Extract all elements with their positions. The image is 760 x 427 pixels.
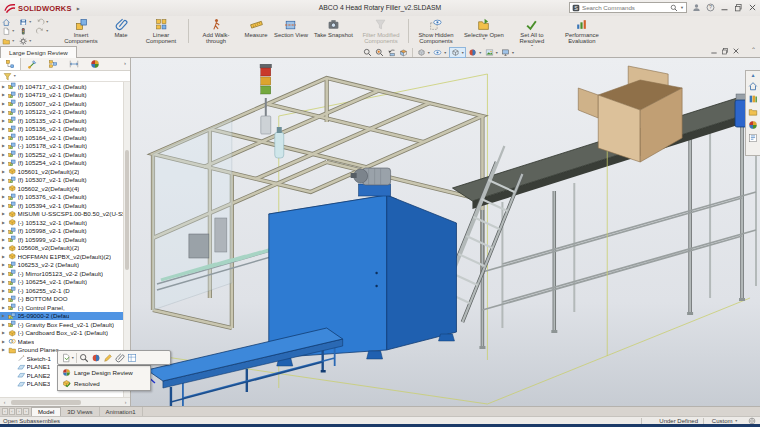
tree-item[interactable]: ▶ (-) Gravity Box Feed_v2-1 (Default): [0, 320, 130, 329]
zoom-selection-button[interactable]: [79, 353, 89, 363]
dropdown-icon[interactable]: ▼: [12, 39, 15, 43]
search-icon[interactable]: [670, 4, 678, 12]
dropdown-icon[interactable]: ▼: [482, 38, 485, 42]
previous-view-button[interactable]: [386, 47, 397, 58]
selective-open-button[interactable]: Selective Open ▼: [461, 16, 507, 46]
collapse-toolbar-icon[interactable]: ⌃: [751, 46, 756, 53]
tree-item[interactable]: ▶ 05-09000-2 (Defau: [0, 312, 130, 321]
tree-item[interactable]: ▶ 106253_v2-2 (Default): [0, 261, 130, 270]
tree-item[interactable]: ▶ (-) 105178_v2-1 (Default): [0, 142, 130, 151]
props-form-button[interactable]: [748, 132, 759, 143]
tree-horizontal-scrollbar[interactable]: ‹ ›: [0, 397, 130, 406]
tree-item[interactable]: ▶ (-) Control Panel,: [0, 303, 130, 312]
filter-dropdown-icon[interactable]: ▼: [13, 74, 16, 78]
explorer-button[interactable]: [748, 106, 759, 117]
open-state-button[interactable]: ▼: [61, 353, 74, 363]
task-pane-collapse-icon[interactable]: ▴: [751, 72, 754, 78]
measure-button[interactable]: Measure: [241, 16, 271, 46]
tree-item[interactable]: ▶ 105602_v2(Default)(4): [0, 184, 130, 193]
comment-button[interactable]: [115, 353, 125, 363]
tree-item[interactable]: ▶ (-) Cardboard Box_v2-1 (Default): [0, 329, 130, 338]
tree-item[interactable]: ▶ (-) 106254_v2-1 (Default): [0, 278, 130, 287]
user-button[interactable]: [691, 3, 701, 13]
tree-item[interactable]: ▶ (f) 105136_v2-1 (Default): [0, 125, 130, 134]
set-all-to-resolved-button[interactable]: Set All to Resolved ▼: [507, 16, 557, 46]
display-style-button[interactable]: ▼: [416, 47, 431, 58]
zoom-area-button[interactable]: [374, 47, 385, 58]
scroll-left-icon[interactable]: ‹: [0, 399, 9, 405]
tree-item[interactable]: ▶ 105608_v2(Default)(2): [0, 244, 130, 253]
dropdown-icon[interactable]: ▼: [478, 51, 481, 55]
hide-items-button[interactable]: ▼: [432, 47, 447, 58]
restore-button[interactable]: [733, 3, 743, 13]
tree-item[interactable]: ▶ HOFFMAN E1PBX_v2(Default)(2): [0, 252, 130, 261]
tab-large-design-review[interactable]: Large Design Review: [0, 46, 77, 58]
tree-item[interactable]: ▶ (f) 105252_v2-1 (Default): [0, 150, 130, 159]
displaymanager-tab[interactable]: [84, 58, 105, 70]
zoom-fit-button[interactable]: [362, 47, 373, 58]
linear-component-pattern-button[interactable]: Linear Component Pattern ▼: [136, 16, 186, 46]
mate-button[interactable]: Mate: [106, 16, 136, 46]
tree-item[interactable]: ▶ (-) 106255_v2-1 (D: [0, 286, 130, 295]
tree-item[interactable]: ▶ (f) 105999_v2-1 (Default): [0, 235, 130, 244]
tree-item[interactable]: ▶ (f) 104719_v2-1 (Default): [0, 91, 130, 100]
new-document-button[interactable]: ▼: [2, 27, 19, 37]
performance-evaluation-button[interactable]: Performance Evaluation: [557, 16, 607, 46]
tree-item[interactable]: ▶ MISUMI U-SSCSP1.00-B0.50_v2(U-SSCSP(30…: [0, 210, 130, 219]
search-input[interactable]: [582, 4, 668, 11]
appearances-button[interactable]: [748, 119, 759, 130]
featuremanager-tab[interactable]: [0, 58, 21, 70]
tab-animation1[interactable]: Animation1: [100, 407, 143, 416]
menu-item-large-design-review[interactable]: Large Design Review: [58, 367, 150, 378]
more-tabs-icon[interactable]: ›: [124, 58, 130, 70]
home-button[interactable]: [2, 17, 19, 27]
tree-item[interactable]: ▶ (f) 105123_v2-1 (Default): [0, 108, 130, 117]
scroll-right-icon[interactable]: ›: [121, 399, 130, 405]
dropdown-icon[interactable]: ▼: [427, 51, 430, 55]
doc-close-icon[interactable]: [732, 47, 740, 55]
dropdown-icon[interactable]: ▼: [495, 51, 498, 55]
tree-item[interactable]: ▶ (f) 105998_v2-1 (Default): [0, 227, 130, 236]
take-snapshot-button[interactable]: Take Snapshot: [311, 16, 356, 46]
tree-filter[interactable]: ▼: [0, 71, 130, 82]
propertymanager-tab[interactable]: [21, 58, 42, 70]
tree-item[interactable]: ▶ 105601_v2(Default)(2): [0, 167, 130, 176]
search-commands-box[interactable]: S ▼: [569, 2, 687, 13]
tree-item[interactable]: ▶ (f) 105254_v2-1 (Default): [0, 159, 130, 168]
dropdown-icon[interactable]: ▼: [511, 51, 514, 55]
search-scope-icon[interactable]: S: [572, 4, 580, 12]
section-cut-button[interactable]: [398, 47, 409, 58]
tree-item[interactable]: ▶ (f) 105394_v2-1 (Default): [0, 201, 130, 210]
tree-item[interactable]: ▶ (-) 105132_v2-1 (Default): [0, 218, 130, 227]
tree-item[interactable]: ▶ (f) 105307_v2-1 (Default): [0, 176, 130, 185]
doc-restore-icon[interactable]: [721, 47, 729, 55]
options-button[interactable]: ▼: [19, 36, 36, 46]
tree-item[interactable]: ▶ (f) 105164_v2-1 (Default): [0, 133, 130, 142]
tree-item[interactable]: ▶ (-) BOTTOM DOO: [0, 295, 130, 304]
configurationmanager-tab[interactable]: [42, 58, 63, 70]
minimize-button[interactable]: [719, 3, 729, 13]
grid-button[interactable]: [127, 353, 137, 363]
redo-button[interactable]: ▼: [36, 27, 53, 37]
tree-item[interactable]: ▶ (f) 104717_v2-1 (Default): [0, 82, 130, 91]
tree-item[interactable]: ▶ (f) 105007_v2-1 (Default): [0, 99, 130, 108]
resources-button[interactable]: [748, 80, 759, 91]
dropdown-icon[interactable]: ▼: [29, 20, 32, 24]
brand-caret-icon[interactable]: ▶: [77, 6, 80, 11]
edit-button[interactable]: [103, 353, 113, 363]
dropdown-icon[interactable]: ▼: [443, 51, 446, 55]
doc-minimize-icon[interactable]: [710, 47, 718, 55]
close-button[interactable]: [747, 3, 757, 13]
dropdown-icon[interactable]: ▼: [29, 39, 32, 43]
view-settings-button[interactable]: ▼: [500, 47, 515, 58]
show-hidden-components-button[interactable]: Show Hidden Components: [411, 16, 461, 46]
apply-scene-button[interactable]: ▼: [484, 47, 499, 58]
appearance-button[interactable]: [91, 353, 101, 363]
add-walk-through-button[interactable]: Add Walk-through: [191, 16, 241, 46]
dropdown-icon[interactable]: ▼: [46, 29, 49, 33]
edit-appearance-button[interactable]: ▼: [467, 47, 482, 58]
insert-components-button[interactable]: Insert Components: [56, 16, 106, 46]
tree-item[interactable]: ▶ (f) 105376_v2-1 (Default): [0, 193, 130, 202]
tree-item[interactable]: ▶ (f) 105135_v2-1 (Default): [0, 116, 130, 125]
dimxpert-tab[interactable]: [63, 58, 84, 70]
